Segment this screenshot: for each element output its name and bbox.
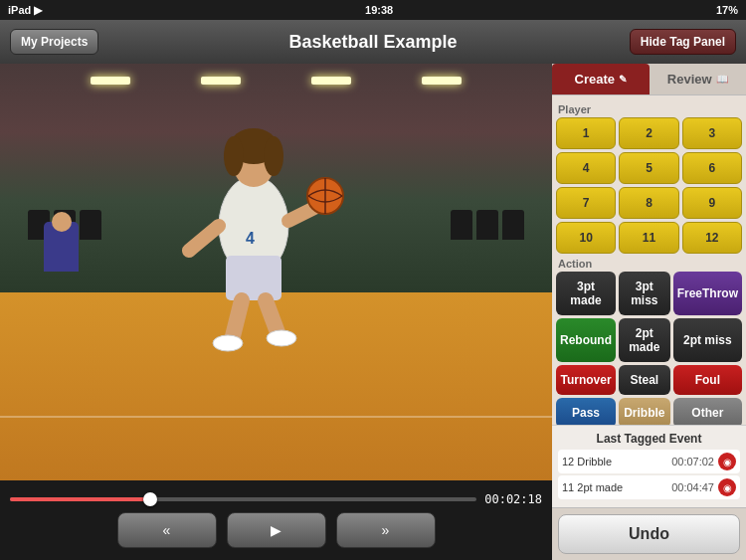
events-list: 12 Dribble00:07:02◉11 2pt made00:04:47◉ [558, 450, 740, 499]
action-button-dribble[interactable]: Dribble [619, 398, 670, 425]
svg-text:4: 4 [246, 230, 255, 247]
action-button-2pt-miss[interactable]: 2pt miss [673, 318, 742, 362]
my-projects-button[interactable]: My Projects [10, 29, 98, 55]
tag-panel: Create ✎ Review 📖 Player 123456789101112… [552, 64, 746, 560]
ipad-label: iPad ▶ [8, 4, 42, 17]
action-button-3pt-miss[interactable]: 3pt miss [619, 272, 670, 315]
event-play-icon[interactable]: ◉ [718, 478, 736, 496]
event-item[interactable]: 12 Dribble00:07:02◉ [558, 450, 740, 473]
player-button-6[interactable]: 6 [682, 152, 742, 184]
action-button-other[interactable]: Other [673, 398, 742, 425]
progress-bar-container: 00:02:18 [10, 492, 542, 506]
player-button-3[interactable]: 3 [682, 117, 742, 149]
player-svg: 4 [154, 96, 353, 355]
player-section-label: Player [558, 103, 740, 115]
action-button-rebound[interactable]: Rebound [556, 318, 616, 362]
player-button-8[interactable]: 8 [619, 187, 678, 219]
chairs-right [451, 210, 524, 240]
svg-line-6 [189, 226, 219, 251]
player-button-9[interactable]: 9 [682, 187, 742, 219]
event-text: 12 Dribble [562, 456, 671, 467]
svg-rect-1 [226, 256, 281, 300]
player-button-11[interactable]: 11 [619, 222, 678, 254]
video-controls: 00:02:18 « ▶ » [0, 480, 552, 560]
court-line [0, 416, 552, 418]
progress-fill [10, 497, 150, 501]
action-button-turnover[interactable]: Turnover [556, 365, 616, 395]
action-button-steal[interactable]: Steal [619, 365, 670, 395]
svg-point-5 [264, 136, 283, 176]
tag-panel-header: Create ✎ Review 📖 [552, 64, 746, 95]
player-button-12[interactable]: 12 [682, 222, 742, 254]
svg-point-4 [224, 136, 244, 176]
hide-tag-panel-button[interactable]: Hide Tag Panel [630, 29, 736, 55]
status-bar: iPad ▶ 19:38 17% [0, 0, 746, 20]
player-button-10[interactable]: 10 [556, 222, 616, 254]
player-button-4[interactable]: 4 [556, 152, 616, 184]
tab-review-label: Review [667, 72, 712, 87]
video-frame[interactable]: 4 [0, 64, 552, 480]
time-display-status: 19:38 [365, 4, 393, 16]
status-left: iPad ▶ [8, 4, 42, 17]
player-button-7[interactable]: 7 [556, 187, 616, 219]
page-title: Basketball Example [288, 32, 457, 53]
action-button-2pt-made[interactable]: 2pt made [619, 318, 670, 362]
forward-button[interactable]: » [336, 512, 436, 548]
action-section-label: Action [558, 258, 740, 270]
tab-create[interactable]: Create ✎ [552, 64, 650, 94]
edit-icon: ✎ [619, 74, 627, 85]
tab-review[interactable]: Review 📖 [650, 64, 747, 94]
svg-line-10 [232, 300, 242, 340]
last-tagged-title: Last Tagged Event [558, 432, 740, 446]
progress-bar[interactable] [10, 497, 476, 501]
status-right: 17% [716, 4, 738, 16]
svg-line-11 [266, 300, 279, 335]
undo-area: Undo [552, 507, 746, 560]
player-button-1[interactable]: 1 [556, 117, 616, 149]
battery-label: 17% [716, 4, 738, 16]
undo-button[interactable]: Undo [558, 514, 740, 554]
nav-bar: My Projects Basketball Example Hide Tag … [0, 20, 746, 64]
action-button-foul[interactable]: Foul [673, 365, 742, 395]
gym-lights [56, 77, 497, 85]
event-play-icon[interactable]: ◉ [718, 453, 736, 470]
play-button[interactable]: ▶ [227, 512, 326, 548]
tag-panel-content: Player 123456789101112 Action 3pt made3p… [552, 95, 746, 425]
tab-create-label: Create [575, 72, 615, 87]
action-button-3pt-made[interactable]: 3pt made [556, 272, 616, 315]
progress-thumb [143, 492, 157, 506]
action-button-freethrow[interactable]: FreeThrow [673, 272, 742, 315]
event-text: 11 2pt made [562, 481, 671, 493]
transport-controls: « ▶ » [117, 512, 436, 548]
video-area: 4 00:02:18 « ▶ » [0, 64, 552, 560]
player-button-grid: 123456789101112 [556, 117, 742, 254]
player-button-2[interactable]: 2 [619, 117, 678, 149]
book-icon: 📖 [716, 74, 728, 85]
player-button-5[interactable]: 5 [619, 152, 678, 184]
svg-point-13 [267, 330, 296, 346]
event-time: 00:07:02 [671, 456, 714, 467]
action-button-pass[interactable]: Pass [556, 398, 616, 425]
last-tagged-events: Last Tagged Event 12 Dribble00:07:02◉11 … [552, 425, 746, 507]
rewind-button[interactable]: « [117, 512, 217, 548]
event-time: 00:04:47 [671, 481, 714, 493]
svg-point-12 [213, 335, 243, 351]
main-content: 4 00:02:18 « ▶ » [0, 64, 746, 560]
action-button-grid: 3pt made3pt missFreeThrowRebound2pt made… [556, 272, 742, 425]
event-item[interactable]: 11 2pt made00:04:47◉ [558, 475, 740, 499]
time-display: 00:02:18 [484, 492, 542, 506]
bg-person [44, 222, 79, 272]
